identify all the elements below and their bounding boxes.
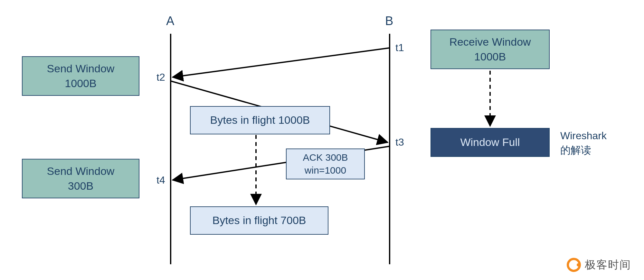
msg-advertise-window [173, 48, 390, 77]
endpoint-a-label: A [166, 14, 174, 28]
branding: 极客时间 [567, 257, 631, 272]
time-t2: t2 [156, 71, 165, 83]
wireshark-line2: 的解读 [560, 143, 607, 158]
wireshark-annotation: Wireshark 的解读 [560, 129, 607, 158]
receive-window: Receive Window 1000B [431, 30, 550, 69]
time-t1: t1 [395, 42, 404, 54]
send-window-initial: Send Window 1000B [22, 56, 139, 96]
wireshark-line1: Wireshark [560, 129, 607, 143]
ack-box: ACK 300B win=1000 [286, 149, 365, 179]
window-full: Window Full [431, 128, 550, 157]
logo-icon [567, 258, 581, 272]
brand-name: 极客时间 [585, 257, 631, 272]
bytes-in-flight-after: Bytes in flight 700B [190, 206, 328, 235]
endpoint-b-label: B [385, 14, 393, 28]
send-window-after: Send Window 300B [22, 159, 139, 198]
time-t3: t3 [395, 136, 404, 148]
time-t4: t4 [156, 174, 165, 186]
bytes-in-flight-before: Bytes in flight 1000B [190, 106, 330, 134]
